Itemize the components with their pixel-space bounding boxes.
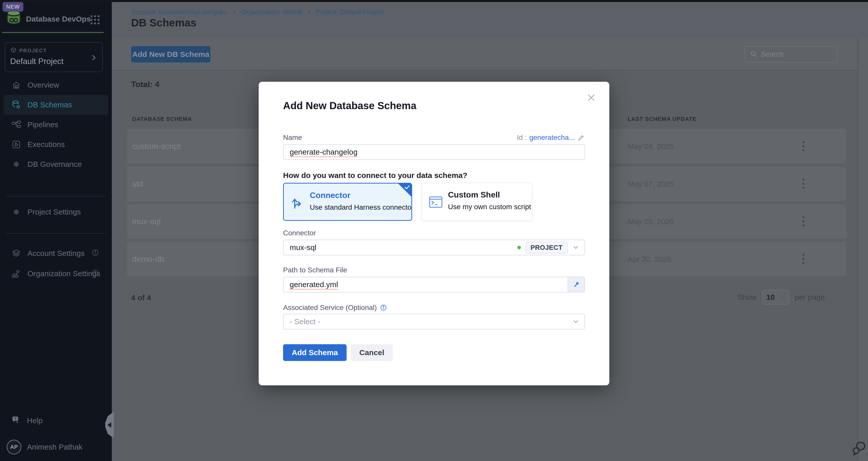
path-input[interactable]: generated.yml: [284, 277, 568, 292]
sidebar-item-overview[interactable]: Overview: [0, 75, 112, 95]
service-select[interactable]: - Select -: [283, 314, 585, 330]
row-menu-kebab-icon[interactable]: [796, 177, 811, 191]
sidebar-section: Project Settings: [0, 202, 112, 222]
schema-name: custom-script: [132, 142, 180, 151]
app-grid-icon[interactable]: [89, 14, 101, 26]
sidebar-item-label: Overview: [27, 81, 59, 89]
vertical-scrollbar[interactable]: [858, 38, 868, 461]
svg-text:?: ?: [14, 417, 16, 421]
schema-date: Apr 30, 2025: [628, 255, 671, 264]
sidebar-item-account-settings[interactable]: Account Settings: [0, 243, 112, 264]
terminal-icon: [429, 196, 443, 209]
edit-pencil-icon[interactable]: [577, 134, 585, 141]
option-card-custom-shell[interactable]: Custom Shell Use my own custom script: [422, 183, 532, 221]
service-label-row: Associated Service (Optional): [283, 304, 387, 312]
brand-accent-line: [2, 32, 104, 33]
page-header: Account: kurosakiichigo.songoku Organiza…: [112, 0, 868, 38]
row-menu-kebab-icon[interactable]: [796, 214, 811, 228]
help-label: Help: [27, 416, 43, 425]
connector-select[interactable]: mux-sql PROJECT: [283, 240, 585, 255]
chevron-down-icon: [572, 244, 579, 251]
page-size-select[interactable]: 10: [762, 290, 789, 305]
chevron-down-icon: [572, 318, 579, 325]
sidebar-section: Account Settings Organization Settings: [0, 243, 112, 284]
status-dot: [517, 246, 521, 249]
info-icon[interactable]: [380, 304, 387, 311]
path-input-value: generated.yml: [290, 280, 338, 289]
sidebar-item-label: Organization Settings: [27, 269, 100, 278]
row-menu-kebab-icon[interactable]: [796, 139, 811, 153]
breadcrumb-account-link[interactable]: Account: kurosakiichigo.songoku: [131, 8, 227, 16]
id-prefix: Id :: [517, 134, 527, 142]
project-name: Default Project: [10, 57, 97, 66]
id-line: Id : generatecha...: [517, 134, 585, 142]
pagination-controls: Show 10 per page: [738, 290, 825, 305]
user-name: Animesh Pathak: [27, 443, 82, 451]
chevron-right-icon: [231, 8, 237, 16]
total-count: Total: 4: [131, 80, 159, 89]
sidebar-item-label: Pipelines: [27, 120, 58, 129]
name-input[interactable]: generate-changelog: [283, 144, 585, 160]
sidebar-item-label: Executions: [27, 140, 65, 149]
sidebar-item-label: DB Schemas: [27, 101, 72, 109]
pipelines-icon: [11, 120, 21, 129]
connector-label: Connector: [283, 229, 316, 237]
id-value-link[interactable]: generatecha...: [529, 134, 575, 142]
info-icon[interactable]: [91, 269, 99, 278]
close-icon[interactable]: [586, 93, 596, 103]
modal-title: Add New Database Schema: [283, 100, 416, 111]
scope-badge: PROJECT: [525, 242, 568, 254]
info-icon[interactable]: [91, 249, 99, 258]
sidebar-item-executions[interactable]: Executions: [0, 135, 112, 154]
pin-button[interactable]: [568, 277, 584, 292]
sidebar: NEW Database DevOps PROJECT Default Proj…: [0, 0, 112, 461]
column-header-last-schema-update: LAST SCHEMA UPDATE: [628, 116, 696, 122]
breadcrumb: Account: kurosakiichigo.songoku Organiza…: [131, 8, 383, 16]
search-box[interactable]: [745, 46, 837, 62]
chevron-right-icon: [306, 8, 312, 16]
page-title: DB Schemas: [131, 17, 196, 29]
option-desc: Use standard Harness connector: [310, 203, 412, 211]
chat-feedback-icon[interactable]: [852, 439, 868, 458]
schema-name: std: [132, 179, 143, 189]
column-header-database-schema: DATABASE SCHEMA: [132, 116, 192, 122]
breadcrumb-org-link[interactable]: Organization: default: [241, 8, 302, 16]
home-icon: [11, 80, 21, 90]
sidebar-item-project-settings[interactable]: Project Settings: [0, 202, 112, 222]
cancel-button[interactable]: Cancel: [351, 344, 393, 361]
option-card-connector[interactable]: Connector Use standard Harness connector: [283, 183, 412, 221]
sidebar-item-organization-settings[interactable]: Organization Settings: [0, 264, 112, 284]
per-page-label: per page: [795, 293, 825, 302]
name-label: Name: [283, 134, 302, 142]
show-label: Show: [738, 293, 757, 302]
sidebar-nav: Overview DB Schemas Pipelin: [0, 75, 112, 174]
path-label: Path to Schema File: [283, 266, 347, 274]
path-input-group: generated.yml: [283, 277, 585, 292]
user-menu[interactable]: AP Animesh Pathak: [0, 440, 112, 454]
project-selector[interactable]: PROJECT Default Project: [5, 42, 103, 72]
search-input[interactable]: [761, 50, 827, 58]
sidebar-item-pipelines[interactable]: Pipelines: [0, 115, 112, 135]
help-button[interactable]: ? Help: [0, 411, 112, 431]
schema-name: mux-sql: [132, 217, 161, 226]
chevron-down-icon: [780, 294, 785, 300]
row-menu-kebab-icon[interactable]: [796, 252, 811, 266]
breadcrumb-project-link[interactable]: Project: Default Project: [316, 8, 383, 16]
cube-icon: [10, 47, 17, 55]
add-schema-button[interactable]: Add Schema: [283, 344, 347, 361]
app-title: Database DevOps: [26, 15, 91, 23]
service-label: Associated Service (Optional): [283, 304, 377, 312]
sidebar-item-label: Account Settings: [27, 249, 85, 258]
sidebar-item-label: Project Settings: [27, 208, 81, 216]
pin-icon: [572, 281, 580, 288]
add-new-db-schema-button[interactable]: Add New DB Schema: [131, 46, 210, 62]
database-devops-logo-icon: [5, 9, 22, 27]
db-schemas-icon: [11, 100, 21, 110]
layers-icon: [11, 249, 21, 258]
pagination-range: 4 of 4: [131, 293, 151, 302]
sidebar-item-db-schemas[interactable]: DB Schemas: [4, 95, 108, 115]
schema-date: May 07, 2025: [628, 180, 674, 188]
sidebar-item-db-governance[interactable]: DB Governance: [0, 154, 112, 174]
avatar: AP: [7, 440, 21, 454]
connection-question: How do you want to connect to your data …: [283, 171, 467, 180]
